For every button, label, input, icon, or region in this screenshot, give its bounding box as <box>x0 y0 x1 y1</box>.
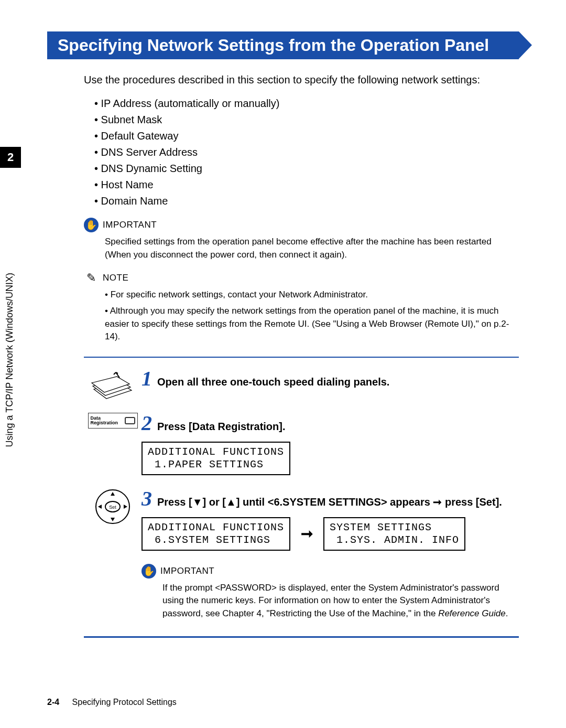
divider <box>84 357 519 358</box>
list-item: Host Name <box>94 179 519 191</box>
svg-marker-7 <box>111 518 115 521</box>
intro-paragraph: Use the procedures described in this sec… <box>84 72 519 87</box>
bottom-divider <box>84 636 519 638</box>
step-1: 1 Open all three one-touch speed dialing… <box>84 368 519 400</box>
important-text: Specified settings from the operation pa… <box>105 235 519 261</box>
list-item: DNS Server Address <box>94 146 519 158</box>
important-callout-2: ✋ IMPORTANT If the prompt <PASSWORD> is … <box>142 564 519 620</box>
step-number: 3 <box>142 488 152 509</box>
important-label: IMPORTANT <box>103 220 157 230</box>
step-number: 1 <box>142 368 152 389</box>
svg-marker-9 <box>124 505 127 509</box>
list-item: IP Address (automatically or manually) <box>94 98 519 110</box>
list-item: For specific network settings, contact y… <box>105 288 519 302</box>
data-registration-button-icon: Data Registration <box>88 413 138 429</box>
list-item: Subnet Mask <box>94 114 519 126</box>
important-icon: ✋ <box>142 564 156 579</box>
list-item: Default Gateway <box>94 130 519 142</box>
dial-panel-icon <box>91 368 135 400</box>
page-footer: 2-4 Specifying Protocol Settings <box>47 698 177 707</box>
network-settings-list: IP Address (automatically or manually) S… <box>94 98 519 207</box>
note-label: NOTE <box>103 273 128 283</box>
important-icon: ✋ <box>84 218 99 232</box>
important-callout: ✋ IMPORTANT Specified settings from the … <box>84 218 519 261</box>
footer-section: Specifying Protocol Settings <box>72 698 177 706</box>
lcd-display: SYSTEM SETTINGS 1.SYS. ADMIN. INFO <box>323 517 465 551</box>
svg-marker-8 <box>98 505 102 509</box>
side-chapter-label: Using a TCP/IP Network (Windows/UNIX) <box>4 273 15 447</box>
note-list: For specific network settings, contact y… <box>105 288 519 344</box>
list-item: DNS Dynamic Setting <box>94 163 519 175</box>
arrow-icon: ➞ <box>301 525 313 542</box>
list-item: Domain Name <box>94 195 519 207</box>
svg-marker-6 <box>111 492 115 496</box>
step-title: Press [▼] or [▲] until <6.SYSTEM SETTING… <box>157 496 502 508</box>
lcd-display: ADDITIONAL FUNCTIONS 6.SYSTEM SETTINGS <box>142 517 290 551</box>
section-title-banner: Specifying Network Settings from the Ope… <box>47 31 519 59</box>
important-text-2: If the prompt <PASSWORD> is displayed, e… <box>162 582 519 620</box>
step-3: Set 3 Press [▼] or [▲] until <6.SYSTEM S… <box>84 488 519 620</box>
arrow-set-keypad-icon: Set <box>94 488 131 525</box>
important-label: IMPORTANT <box>160 566 214 576</box>
section-title: Specifying Network Settings from the Ope… <box>58 36 489 55</box>
step-title: Open all three one-touch speed dialing p… <box>157 376 389 388</box>
step-number: 2 <box>142 413 152 434</box>
page-number: 2-4 <box>47 698 59 706</box>
step-2: Data Registration 2 Press [Data Registra… <box>84 413 519 475</box>
note-icon: ✎ <box>84 271 99 285</box>
chapter-tab: 2 <box>0 147 21 168</box>
note-callout: ✎ NOTE For specific network settings, co… <box>84 271 519 344</box>
step-title: Press [Data Registration]. <box>157 421 286 433</box>
lcd-display: ADDITIONAL FUNCTIONS 1.PAPER SETTINGS <box>142 442 290 475</box>
svg-text:Set: Set <box>109 505 116 510</box>
list-item: Althrough you may specify the network se… <box>105 305 519 344</box>
